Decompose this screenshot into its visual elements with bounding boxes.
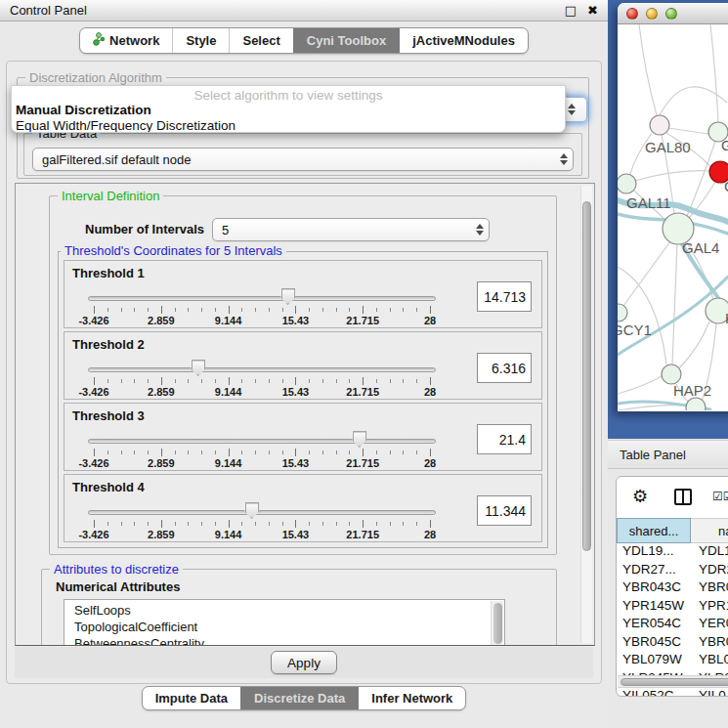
- dropdown-item-manual-discretization[interactable]: Manual Discretization: [12, 102, 565, 117]
- close-panel-icon[interactable]: ✖: [587, 3, 598, 18]
- slider-tick: [175, 522, 176, 526]
- slider-tick: [148, 450, 149, 454]
- attribute-list-item[interactable]: BetweennessCentrality: [74, 635, 504, 646]
- tab-style[interactable]: Style: [172, 28, 229, 53]
- table-row[interactable]: YIL052CYIL0: [617, 688, 728, 697]
- slider-thumb[interactable]: [280, 288, 295, 305]
- dropdown-item-equal-width-frequency-discretization[interactable]: Equal Width/Frequency Discretization: [12, 117, 565, 133]
- algorithm-dropdown-popup: Select algorithm to view settings Manual…: [11, 85, 566, 133]
- attribute-list-item[interactable]: SelfLoops: [74, 602, 504, 619]
- slider-tick: [134, 308, 135, 312]
- threshold-value-field[interactable]: 14.713: [477, 281, 532, 312]
- node-label-ga: GA: [721, 137, 728, 153]
- table-row[interactable]: YDL19...YDL1: [617, 543, 728, 562]
- GAL80-node[interactable]: [650, 115, 669, 135]
- column-header-name[interactable]: na: [691, 518, 728, 543]
- minimize-window-icon[interactable]: [646, 8, 658, 20]
- slider-tick-label: 9.144: [215, 457, 242, 469]
- network-icon: [93, 32, 105, 49]
- float-panel-icon[interactable]: □: [565, 3, 577, 18]
- combo-spinner-icon[interactable]: [471, 224, 489, 236]
- table-row[interactable]: YER054CYER0: [617, 616, 728, 634]
- zoom-window-icon[interactable]: [665, 8, 677, 20]
- slider-thumb[interactable]: [352, 431, 366, 448]
- table-row[interactable]: YBR045CYBR0: [617, 634, 728, 653]
- cell-shared-name: YPR145W: [617, 598, 693, 617]
- threshold-value-field[interactable]: 11.344: [477, 495, 532, 526]
- cell-shared-name: YDR27...: [617, 562, 693, 580]
- slider-tick: [430, 306, 431, 314]
- threshold-value-field[interactable]: 21.4: [477, 424, 532, 454]
- cell-shared-name: YBL079W: [617, 652, 693, 670]
- dropdown-hint: Select algorithm to view settings: [12, 86, 565, 102]
- slider-tick: [188, 450, 189, 454]
- slider-tick: [188, 379, 189, 383]
- slider-tick-label: 9.144: [215, 529, 242, 540]
- threshold-box: Threshold 2 -3.4262.8599.14415.4321.7152…: [64, 331, 542, 400]
- column-header-shared[interactable]: shared...: [617, 518, 691, 543]
- slider-tick: [295, 377, 296, 385]
- slider-tick: [282, 308, 283, 312]
- GCY1-node[interactable]: [618, 304, 627, 321]
- slider-tick: [349, 522, 350, 526]
- numerical-attributes-label: Numerical Attributes: [56, 579, 180, 594]
- table-row[interactable]: YDR27...YDR2: [617, 562, 728, 580]
- control-panel-window: Control Panel □ ✖ NetworkStyleSelectCyni…: [0, 0, 608, 728]
- network-view-window: GAL80GACGAL11GAL4GCY1HHAP2: [618, 3, 728, 411]
- slider-tick: [269, 379, 270, 383]
- cyni-toolbox-panel: Discretization Algorithm Table Data galF…: [6, 61, 602, 684]
- slider-tick: [255, 450, 256, 454]
- table-data-combobox[interactable]: galFiltered.sif default node: [32, 148, 574, 171]
- slider-tick-label: 15.43: [282, 529, 310, 540]
- slider-tick: [134, 522, 135, 526]
- control-panel-titlebar: Control Panel □ ✖: [0, 0, 608, 21]
- slider-thumb[interactable]: [244, 502, 259, 519]
- network-edge: [635, 171, 709, 181]
- cell-shared-name: YBR045C: [617, 634, 693, 653]
- slider-tick: [215, 522, 216, 526]
- tab-network[interactable]: Network: [80, 28, 172, 53]
- slider-thumb[interactable]: [191, 360, 205, 376]
- combo-spinner-icon[interactable]: [555, 153, 573, 165]
- numerical-attributes-list[interactable]: SelfLoopsTopologicalCoefficientBetweenne…: [64, 599, 505, 646]
- apply-button[interactable]: Apply: [271, 651, 337, 674]
- network-canvas[interactable]: GAL80GACGAL11GAL4GCY1HHAP2: [618, 24, 728, 410]
- close-window-icon[interactable]: [626, 8, 638, 20]
- table-row[interactable]: YBL079WYBL0: [617, 652, 728, 670]
- slider-tick: [363, 377, 364, 385]
- number-of-intervals-label: Number of Intervals: [85, 222, 204, 236]
- gear-icon[interactable]: ⚙: [632, 486, 648, 506]
- tab-cyni-toolbox[interactable]: Cyni Toolbox: [293, 28, 399, 53]
- slider-tick-label: 15.43: [282, 457, 310, 469]
- table-horizontal-scrollbar[interactable]: [618, 675, 728, 688]
- cell-name: YDR2: [693, 562, 728, 580]
- slider-tick: [229, 520, 230, 528]
- checkbox-icons[interactable]: ☑☑: [712, 490, 728, 503]
- GAL11-node[interactable]: [618, 174, 636, 193]
- threshold-value-field[interactable]: 6.316: [477, 353, 532, 383]
- split-view-icon[interactable]: [674, 489, 692, 505]
- tab-infer-network[interactable]: Infer Network: [358, 687, 465, 709]
- panel-scrollbar[interactable]: [580, 186, 592, 643]
- table-row[interactable]: YPR145WYPR1: [617, 598, 728, 617]
- table-row[interactable]: YBR043CYBR0: [617, 579, 728, 598]
- slider-tick-label: 28: [424, 529, 436, 540]
- slider-tick: [336, 522, 337, 526]
- tab-select[interactable]: Select: [229, 28, 292, 53]
- tab-label: Infer Network: [371, 691, 452, 706]
- tab-discretize-data[interactable]: Discretize Data: [240, 687, 358, 709]
- attributes-group: Attributes to discretize Numerical Attri…: [41, 569, 557, 646]
- list-scrollbar[interactable]: [491, 601, 503, 646]
- tab-impute-data[interactable]: Impute Data: [143, 687, 240, 709]
- number-of-intervals-combobox[interactable]: 5: [212, 218, 490, 241]
- combo-spinner-icon[interactable]: [568, 104, 576, 115]
- slider-tick: [241, 379, 242, 383]
- attribute-list-item[interactable]: TopologicalCoefficient: [74, 619, 504, 635]
- slider-tick: [201, 308, 202, 312]
- slider-tick: [107, 522, 108, 526]
- slider-tick: [295, 306, 296, 314]
- HAP2-node[interactable]: [662, 364, 681, 384]
- tab-jactivemnodules[interactable]: jActiveMNodules: [399, 28, 528, 53]
- slider-tick: [403, 308, 404, 312]
- table-panel-card: ⚙ ☑☑ shared... na YDL19...YDL1YDR27...YD…: [616, 476, 728, 697]
